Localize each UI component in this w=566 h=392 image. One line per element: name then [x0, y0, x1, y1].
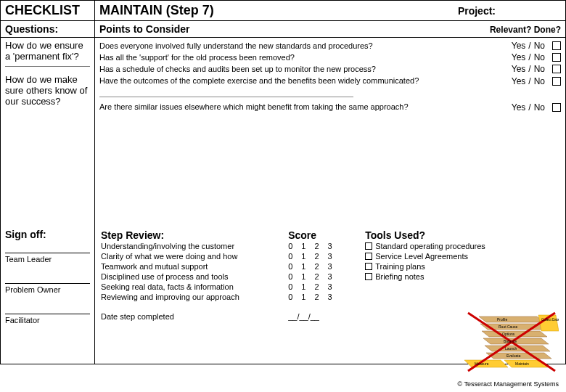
date-row: Date step completed __/__/__: [101, 309, 353, 322]
subheader-relevant-done: Relevant? Done?: [490, 25, 561, 35]
score-options[interactable]: 0123: [288, 262, 353, 271]
score-options[interactable]: 0123: [288, 252, 353, 261]
point-text: Does everyone involved fully understand …: [99, 41, 506, 52]
review-row: Reviewing and improving our approach0123: [101, 292, 353, 302]
review-row: Disciplined use of process and tools0123: [101, 271, 353, 282]
header-step: MAINTAIN (Step 7): [99, 3, 214, 18]
sign-line[interactable]: [5, 304, 90, 314]
yes-no-option[interactable]: Yes/No: [506, 63, 561, 75]
yes-no-option[interactable]: Yes/No: [506, 40, 561, 52]
svg-text:Evaluate: Evaluate: [506, 354, 521, 358]
tool-item[interactable]: Service Level Agreements: [365, 251, 559, 261]
signoff-title: Sign off:: [5, 229, 90, 240]
tool-item[interactable]: Training plans: [365, 261, 559, 271]
yes-no-option[interactable]: Yes/No: [506, 52, 561, 63]
svg-text:Root Cause: Root Cause: [499, 324, 518, 329]
sign-line[interactable]: [5, 243, 90, 253]
review-row: Teamwork and mutual support0123: [101, 261, 353, 271]
date-blank[interactable]: __/__/__: [288, 312, 353, 321]
checkbox-icon[interactable]: [552, 77, 561, 86]
question-2: How do we make sure others know of our s…: [5, 74, 90, 107]
checkbox-icon[interactable]: [365, 242, 372, 250]
point-text: Has a schedule of checks and audits been…: [99, 64, 506, 75]
qa-row: How do we ensure a 'permanent fix'? How …: [1, 38, 566, 226]
sign-role: Facilitator: [5, 316, 90, 324]
copyright: © Tesseract Management Systems: [457, 380, 559, 388]
checkbox-icon[interactable]: [552, 41, 561, 50]
yes-no-option[interactable]: Yes/No: [506, 75, 561, 87]
header-checklist: CHECKLIST: [1, 1, 95, 21]
review-row: Seeking real data, facts & information01…: [101, 282, 353, 292]
tool-item[interactable]: Standard operating procedures: [365, 241, 559, 251]
score-options[interactable]: 0123: [288, 272, 353, 281]
review-row: Understanding/involving the customer0123: [101, 241, 353, 251]
header-step-project: MAINTAIN (Step 7) Project:: [95, 1, 566, 21]
score-options[interactable]: 0123: [288, 282, 353, 291]
svg-text:Collect Data: Collect Data: [541, 318, 559, 322]
point-row: Have the outcomes of the complete exerci…: [99, 75, 561, 87]
point-row: Has all the 'support' for the old proces…: [99, 52, 561, 63]
point-text: Has all the 'support' for the old proces…: [99, 52, 506, 63]
sign-role: Team Leader: [5, 255, 90, 264]
subheader-points-rel: Points to Consider Relevant? Done?: [95, 21, 566, 38]
tool-item[interactable]: Briefing notes: [365, 271, 559, 282]
date-label: Date step completed: [101, 312, 174, 321]
svg-text:Maintain: Maintain: [515, 362, 529, 366]
signoff-cell: Sign off: Team Leader Problem Owner Faci…: [1, 226, 95, 364]
yes-no-option[interactable]: Yes/No: [506, 102, 561, 113]
checkbox-icon[interactable]: [552, 103, 561, 112]
header-project: Project:: [458, 5, 561, 17]
svg-text:Profile: Profile: [497, 317, 507, 322]
svg-text:Measure: Measure: [475, 362, 489, 366]
review-title: Step Review:: [101, 229, 164, 241]
checkbox-icon[interactable]: [365, 263, 372, 270]
review-section: Step Review: Score Understanding/involvi…: [95, 226, 359, 324]
svg-text:Options: Options: [502, 332, 515, 336]
checkbox-icon[interactable]: [552, 65, 561, 73]
point-row: Are there similar issues elsewhere which…: [99, 102, 561, 113]
checkbox-icon[interactable]: [365, 273, 372, 280]
checkbox-icon[interactable]: [552, 53, 561, 62]
point-text: Are there similar issues elsewhere which…: [99, 102, 506, 113]
review-row: Clarity of what we were doing and how012…: [101, 251, 353, 261]
points-cell: Does everyone involved fully understand …: [95, 38, 566, 226]
process-diagram: Profile Root Cause Options Balance Launc…: [464, 309, 559, 375]
score-options[interactable]: 0123: [288, 293, 353, 301]
svg-text:Launch: Launch: [505, 346, 517, 351]
point-row: Has a schedule of checks and audits been…: [99, 63, 561, 75]
checkbox-icon[interactable]: [365, 253, 372, 260]
subheader-points: Points to Consider: [99, 23, 189, 35]
tools-title: Tools Used?: [365, 229, 559, 241]
sign-line[interactable]: [5, 274, 90, 284]
questions-cell: How do we ensure a 'permanent fix'? How …: [1, 38, 95, 226]
score-title: Score: [288, 229, 353, 241]
score-options[interactable]: 0123: [288, 242, 353, 250]
sign-role: Problem Owner: [5, 285, 90, 294]
svg-marker-0: [479, 317, 544, 322]
question-1: How do we ensure a 'permanent fix'?: [5, 40, 90, 62]
point-text: Have the outcomes of the complete exerci…: [99, 75, 506, 86]
subheader-questions: Questions:: [1, 21, 95, 38]
point-row: Does everyone involved fully understand …: [99, 40, 561, 52]
svg-text:Balance: Balance: [504, 339, 517, 343]
